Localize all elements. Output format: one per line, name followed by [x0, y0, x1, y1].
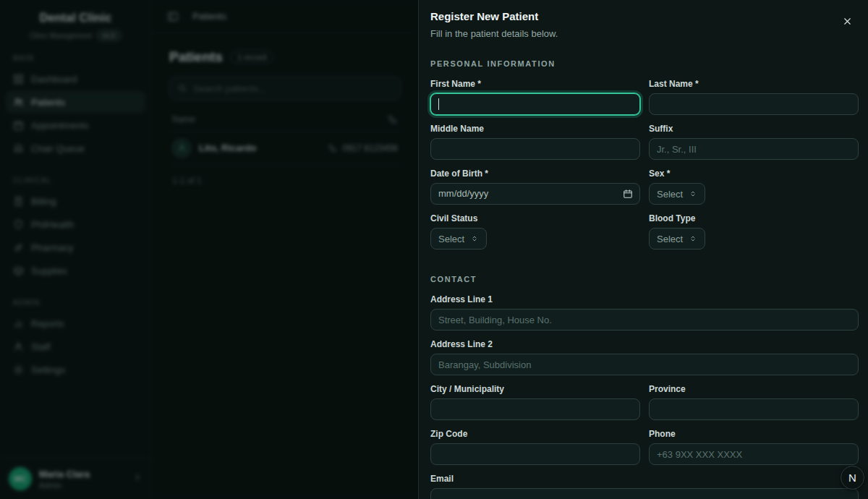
sex-label: Sex * — [649, 169, 859, 179]
register-patient-drawer: Register New Patient Fill in the patient… — [418, 0, 868, 499]
phone-label: Phone — [649, 429, 859, 439]
first-name-field[interactable] — [430, 93, 640, 115]
calendar-icon[interactable] — [623, 189, 633, 199]
date-of-birth-field[interactable]: mm/dd/yyyy — [430, 183, 640, 205]
province-field[interactable] — [649, 398, 859, 420]
section-contact: CONTACT — [430, 275, 859, 283]
suffix-field[interactable] — [649, 138, 859, 160]
date-input[interactable] — [430, 183, 640, 205]
close-icon — [842, 16, 853, 27]
email-label: Email — [430, 474, 859, 484]
blood-type-label: Blood Type — [649, 213, 859, 223]
chevrons-up-down-icon — [689, 234, 697, 243]
phone-field[interactable] — [649, 443, 859, 465]
text-caret — [438, 98, 439, 110]
drawer-title: Register New Patient — [430, 10, 859, 22]
drawer-subtitle: Fill in the patient details below. — [430, 28, 859, 39]
sex-select[interactable]: Select — [649, 183, 705, 205]
sex-select-value: Select — [657, 189, 683, 200]
middle-name-field[interactable] — [430, 138, 640, 160]
address-line-2-field[interactable] — [430, 354, 859, 375]
civil-status-label: Civil Status — [430, 213, 640, 223]
dev-tools-badge[interactable]: N — [841, 466, 864, 490]
date-of-birth-label: Date of Birth * — [430, 169, 640, 179]
section-personal-information: PERSONAL INFORMATION — [430, 59, 859, 68]
modal-backdrop[interactable] — [0, 0, 418, 499]
suffix-label: Suffix — [649, 124, 859, 134]
middle-name-label: Middle Name — [430, 124, 640, 134]
blood-type-select[interactable]: Select — [649, 228, 705, 250]
civil-status-select[interactable]: Select — [430, 228, 487, 250]
city-field[interactable] — [430, 398, 640, 420]
chevrons-up-down-icon — [470, 234, 479, 243]
address-line-2-label: Address Line 2 — [430, 339, 859, 349]
background-content: Dental Clinic Clinic Management v1.0 Mai… — [0, 0, 418, 499]
blood-type-select-value: Select — [657, 234, 683, 244]
first-name-label: First Name * — [430, 79, 640, 89]
zip-code-label: Zip Code — [430, 429, 640, 439]
address-line-1-label: Address Line 1 — [430, 294, 859, 304]
city-label: City / Municipality — [430, 384, 640, 394]
civil-status-select-value: Select — [438, 234, 464, 244]
zip-code-field[interactable] — [430, 443, 640, 465]
email-field[interactable] — [430, 488, 859, 499]
province-label: Province — [649, 384, 859, 394]
last-name-label: Last Name * — [649, 79, 859, 89]
last-name-field[interactable] — [649, 93, 859, 115]
address-line-1-field[interactable] — [430, 309, 859, 330]
close-button[interactable] — [839, 13, 855, 29]
chevrons-up-down-icon — [689, 189, 697, 198]
